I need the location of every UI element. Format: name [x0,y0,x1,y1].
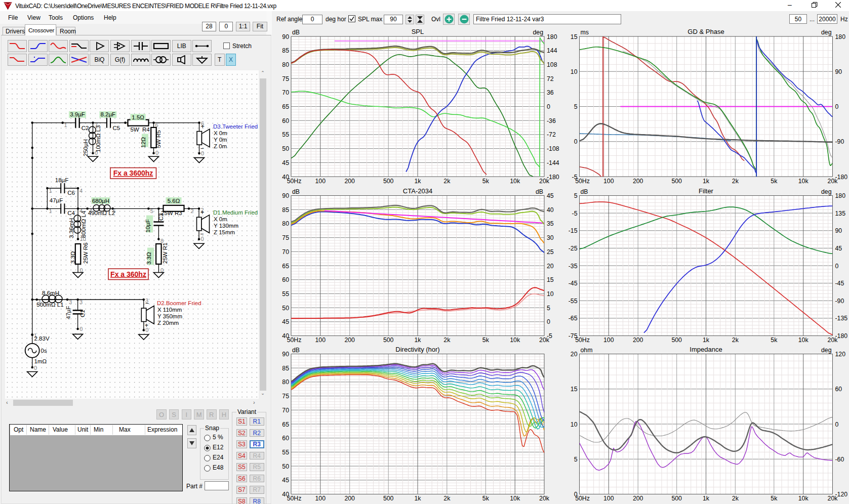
svg-text:dB: dB [292,29,300,36]
svg-text:50Hz: 50Hz [575,178,590,185]
svg-text:100: 100 [603,495,614,502]
svg-text:680µH: 680µH [92,198,109,204]
svg-text:500: 500 [383,178,394,185]
svg-text:20: 20 [571,351,578,358]
svg-text:500: 500 [671,337,682,344]
svg-text:-5: -5 [572,210,578,217]
svg-text:2k: 2k [732,495,739,502]
svg-text:5W: 5W [130,127,139,133]
svg-text:200: 200 [633,337,643,344]
svg-text:85: 85 [282,206,289,214]
svg-text:10k: 10k [798,495,809,502]
svg-text:5.6Ω: 5.6Ω [168,198,180,204]
svg-text:C5: C5 [113,125,120,131]
svg-text:+: + [201,123,205,130]
svg-text:25: 25 [547,248,554,256]
svg-text:3.3Ω: 3.3Ω [70,251,76,264]
svg-text:Fx a 360hz: Fx a 360hz [110,270,146,278]
svg-text:1k: 1k [703,495,710,502]
svg-text:50Hz: 50Hz [287,337,302,344]
svg-text:5k: 5k [771,178,778,185]
svg-text:45: 45 [282,159,289,166]
svg-text:20k: 20k [539,495,550,502]
svg-text:90: 90 [282,351,289,358]
svg-text:-108: -108 [547,145,559,152]
svg-text:D1.Medium Fried: D1.Medium Fried [213,209,258,216]
svg-text:C4: C4 [67,210,75,216]
svg-text:3.36mH: 3.36mH [68,218,74,238]
svg-text:R4: R4 [142,127,150,133]
svg-text:1k: 1k [415,337,422,344]
svg-text:D3.Tweeter Fried: D3.Tweeter Fried [213,123,258,130]
svg-text:Z 20mm: Z 20mm [157,320,179,326]
svg-text:3.3Ω: 3.3Ω [146,252,152,265]
svg-text:5: 5 [574,103,578,110]
svg-text:60: 60 [282,117,289,124]
svg-text:1: 1 [64,122,67,128]
svg-text:20: 20 [547,263,554,270]
svg-text:200: 200 [344,337,355,344]
svg-text:100: 100 [603,337,614,344]
svg-text:-72: -72 [547,131,556,138]
svg-text:55: 55 [282,290,289,298]
svg-text:0: 0 [155,150,158,156]
svg-text:0: 0 [835,103,839,110]
svg-text:72: 72 [547,75,554,82]
svg-text:GD & Phase: GD & Phase [688,28,724,35]
svg-text:-45: -45 [569,280,578,287]
svg-text:50Hz: 50Hz [575,337,590,344]
svg-text:18µF: 18µF [55,177,68,183]
svg-text:C6: C6 [67,190,75,196]
svg-text:-45: -45 [835,280,844,287]
svg-text:8.2µF: 8.2µF [100,111,115,117]
svg-text:200: 200 [344,178,355,185]
svg-text:65: 65 [282,263,289,270]
svg-text:1k: 1k [703,337,710,344]
svg-text:20k: 20k [539,337,550,344]
svg-text:85: 85 [282,47,289,54]
svg-text:5: 5 [574,192,578,199]
svg-text:X 110mm: X 110mm [157,307,182,313]
svg-text:-15: -15 [569,227,578,234]
svg-text:2k: 2k [443,495,451,502]
svg-text:dB: dB [536,188,543,195]
svg-text:100: 100 [315,495,326,502]
svg-text:-55: -55 [569,298,578,305]
svg-text:200: 200 [633,178,643,185]
svg-text:20k: 20k [828,337,838,344]
svg-text:50: 50 [282,145,289,152]
svg-text:-135: -135 [835,315,848,322]
svg-text:70: 70 [282,248,289,256]
svg-text:45: 45 [547,192,554,199]
svg-text:-144: -144 [547,159,559,166]
svg-text:3: 3 [69,299,72,305]
svg-text:35: 35 [547,220,554,227]
svg-text:1: 1 [49,208,52,214]
svg-text:Fx a 3600hz: Fx a 3600hz [113,169,153,177]
svg-text:10k: 10k [510,495,520,502]
svg-text:25W R1: 25W R1 [162,242,168,264]
svg-text:Filter: Filter [699,187,714,195]
svg-text:100: 100 [603,178,614,185]
svg-text:-60: -60 [835,456,844,463]
svg-text:50: 50 [282,463,289,470]
svg-text:0: 0 [201,236,204,242]
svg-text:15: 15 [547,276,554,283]
svg-text:45: 45 [282,477,289,484]
svg-text:4: 4 [79,188,83,194]
svg-text:65: 65 [282,421,289,428]
svg-text:55: 55 [282,449,289,456]
svg-text:5: 5 [574,456,578,463]
svg-text:5k: 5k [771,495,778,502]
svg-text:0: 0 [574,138,578,145]
svg-text:180: 180 [547,33,557,40]
svg-text:0: 0 [835,421,839,428]
svg-text:deg: deg [821,188,832,195]
svg-text:40: 40 [547,206,554,214]
svg-text:25W R6: 25W R6 [83,242,89,264]
svg-text:60: 60 [835,386,842,393]
svg-text:-90: -90 [835,138,844,145]
svg-text:10: 10 [547,290,554,298]
svg-text:10µF: 10µF [145,219,151,232]
svg-text:10: 10 [571,68,578,75]
